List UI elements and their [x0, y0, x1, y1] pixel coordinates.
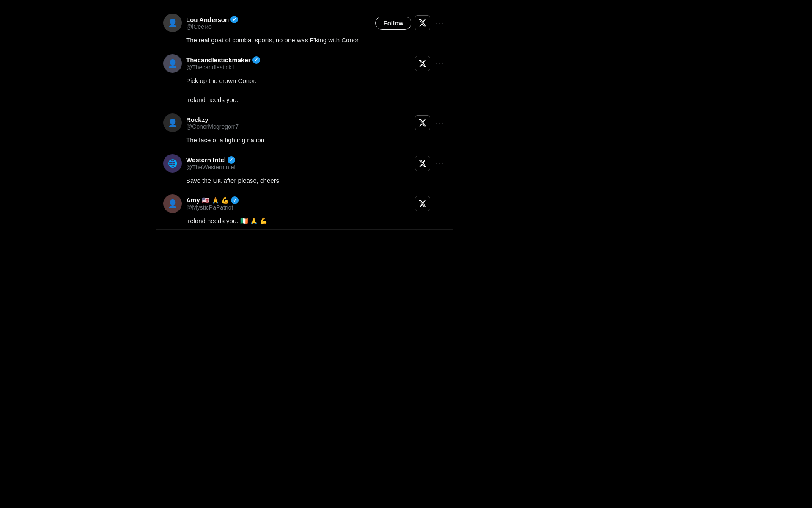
user-handle: @ConorMcgregorr7: [186, 123, 239, 130]
tweet-user-info: 🌐Western Intel✓@TheWesternIntel: [163, 154, 236, 173]
tweet-text: The real goat of combat sports, no one w…: [163, 36, 446, 45]
xai-button[interactable]: [415, 156, 430, 171]
tweet-item-5: 👤Amy 🇺🇸 🙏 💪✓@MysticPaPatriot ···Ireland …: [156, 189, 453, 230]
display-name: Thecandlestickmaker✓: [186, 56, 260, 64]
more-button[interactable]: ···: [433, 157, 446, 169]
xai-button[interactable]: [415, 56, 430, 71]
tweet-item-2: 👤Thecandlestickmaker✓@Thecandlestick1 ··…: [156, 49, 453, 109]
tweet-actions: ···: [415, 56, 446, 71]
more-button[interactable]: ···: [433, 198, 446, 210]
avatar: 👤: [163, 194, 182, 213]
tweet-actions: ···: [415, 196, 446, 211]
avatar: 👤: [163, 54, 182, 73]
tweet-item-3: 👤Rockzy@ConorMcgregorr7 ···The face of a…: [156, 108, 453, 149]
xai-button[interactable]: [415, 115, 430, 130]
user-handle: @TheWesternIntel: [186, 164, 236, 171]
tweet-user-info: 👤Amy 🇺🇸 🙏 💪✓@MysticPaPatriot: [163, 194, 239, 213]
avatar: 👤: [163, 14, 182, 32]
user-names: Rockzy@ConorMcgregorr7: [186, 116, 239, 130]
verified-badge: ✓: [228, 156, 235, 164]
verified-badge: ✓: [230, 16, 238, 23]
tweet-actions: Follow ···: [375, 15, 446, 30]
thread-line: [173, 73, 173, 107]
verified-badge: ✓: [252, 56, 260, 64]
tweet-header: 👤Lou Anderson✓@iCeeRo_Follow ···: [163, 14, 446, 32]
tweet-user-info: 👤Rockzy@ConorMcgregorr7: [163, 113, 239, 132]
tweet-user-info: 👤Lou Anderson✓@iCeeRo_: [163, 14, 238, 32]
tweet-text: The face of a fighting nation: [163, 135, 446, 145]
tweet-actions: ···: [415, 115, 446, 130]
verified-badge: ✓: [231, 196, 239, 204]
display-name: Rockzy: [186, 116, 239, 123]
avatar: 👤: [163, 113, 182, 132]
display-name: Amy 🇺🇸 🙏 💪✓: [186, 196, 239, 204]
tweet-text: Pick up the crown Conor.Ireland needs yo…: [163, 76, 446, 105]
tweet-text: Ireland needs you. 🇮🇪 🙏 💪: [163, 216, 446, 226]
feed-container: 👤Lou Anderson✓@iCeeRo_Follow ···The real…: [156, 0, 453, 238]
xai-button[interactable]: [415, 15, 430, 30]
more-button[interactable]: ···: [433, 17, 446, 29]
user-names: Lou Anderson✓@iCeeRo_: [186, 16, 238, 30]
thread-line: [173, 32, 173, 47]
tweet-header: 👤Amy 🇺🇸 🙏 💪✓@MysticPaPatriot ···: [163, 194, 446, 213]
display-name: Lou Anderson✓: [186, 16, 238, 23]
tweet-header: 👤Rockzy@ConorMcgregorr7 ···: [163, 113, 446, 132]
user-names: Thecandlestickmaker✓@Thecandlestick1: [186, 56, 260, 71]
tweet-user-info: 👤Thecandlestickmaker✓@Thecandlestick1: [163, 54, 260, 73]
tweet-item-4: 🌐Western Intel✓@TheWesternIntel ···Save …: [156, 149, 453, 190]
more-button[interactable]: ···: [433, 117, 446, 129]
tweet-text: Save the UK after please, cheers.: [163, 176, 446, 186]
tweet-header: 🌐Western Intel✓@TheWesternIntel ···: [163, 154, 446, 173]
user-handle: @Thecandlestick1: [186, 64, 260, 71]
user-handle: @iCeeRo_: [186, 23, 238, 30]
tweet-actions: ···: [415, 156, 446, 171]
tweet-item-1: 👤Lou Anderson✓@iCeeRo_Follow ···The real…: [156, 8, 453, 49]
more-button[interactable]: ···: [433, 57, 446, 69]
avatar: 🌐: [163, 154, 182, 173]
tweet-header: 👤Thecandlestickmaker✓@Thecandlestick1 ··…: [163, 54, 446, 73]
display-name: Western Intel✓: [186, 156, 236, 164]
user-names: Western Intel✓@TheWesternIntel: [186, 156, 236, 171]
user-handle: @MysticPaPatriot: [186, 204, 239, 211]
follow-button[interactable]: Follow: [375, 17, 411, 30]
user-names: Amy 🇺🇸 🙏 💪✓@MysticPaPatriot: [186, 196, 239, 211]
xai-button[interactable]: [415, 196, 430, 211]
